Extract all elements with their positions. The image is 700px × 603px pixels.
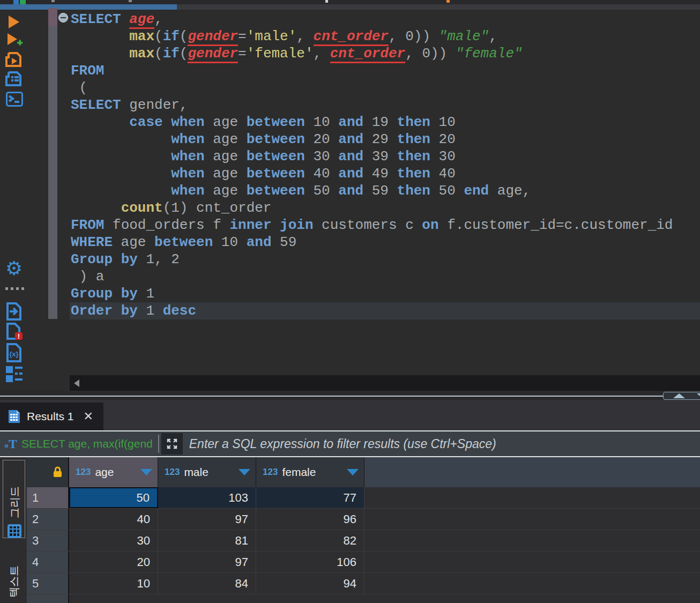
dbeaver-sql-editor-window: ⚙ ! {x} SELECT age, max(if(gender='male'… xyxy=(0,0,700,603)
layout-panels-button[interactable] xyxy=(5,366,25,383)
column-name: male xyxy=(184,466,208,479)
table-row: 5108494 xyxy=(27,573,700,594)
code-line[interactable]: count(1) cnt_order xyxy=(70,199,700,217)
code-line[interactable]: Order by 1 desc xyxy=(70,302,700,319)
sql-editor[interactable]: SELECT age, max(if(gender='male', cnt_or… xyxy=(70,11,700,319)
code-line[interactable]: Group by 1 xyxy=(70,285,700,302)
grid-cell[interactable]: 96 xyxy=(256,509,364,530)
grid-cell[interactable]: 106 xyxy=(256,552,364,572)
results-view-tab-text[interactable]: T 텍스트 xyxy=(3,548,25,603)
row-filler xyxy=(364,487,700,508)
row-number xyxy=(27,594,69,603)
table-row: 3308182 xyxy=(27,530,700,552)
code-line[interactable]: when age between 50 and 59 then 50 end a… xyxy=(70,182,700,199)
column-header-male[interactable]: 123male xyxy=(158,457,256,487)
grid-cell[interactable]: 40 xyxy=(69,509,158,530)
results-tab-label: Results 1 xyxy=(27,410,74,423)
row-number[interactable]: 2 xyxy=(27,509,69,530)
active-tab-underline xyxy=(0,4,177,10)
table-row: 42097106 xyxy=(27,552,700,573)
row-number[interactable]: 1 xyxy=(27,487,69,508)
column-dropdown-icon[interactable] xyxy=(239,469,250,475)
execute-script-button[interactable] xyxy=(5,51,25,69)
svg-text:!: ! xyxy=(18,332,20,340)
row-filler xyxy=(364,552,700,572)
code-line[interactable]: when age between 20 and 29 then 20 xyxy=(70,131,700,148)
partial-next-row xyxy=(27,594,700,603)
results-filter-bar: ‹›T SELECT age, max(if(gend Enter a SQL … xyxy=(0,430,700,457)
code-line[interactable]: FROM food_orders f inner join customers … xyxy=(70,217,700,234)
collapse-up-icon[interactable] xyxy=(673,393,685,398)
grid-cell[interactable]: 81 xyxy=(158,530,256,551)
row-number[interactable]: 5 xyxy=(27,573,69,594)
splitter-collapse-control[interactable] xyxy=(663,392,700,400)
editor-query-range-bar xyxy=(48,8,57,319)
scroll-left-arrow-icon[interactable] xyxy=(74,379,79,387)
sql-console-button[interactable] xyxy=(5,91,25,108)
column-name: female xyxy=(282,466,316,479)
grid-cell[interactable]: 30 xyxy=(69,530,158,551)
results-view-tab-grid[interactable]: 그리드 xyxy=(3,460,25,538)
column-dropdown-icon[interactable] xyxy=(347,469,359,475)
code-line[interactable]: FROM xyxy=(70,62,700,79)
explain-plan-button[interactable] xyxy=(5,71,25,88)
row-number[interactable]: 4 xyxy=(27,552,69,572)
splitter-line xyxy=(0,396,700,397)
code-line[interactable]: ( xyxy=(70,79,700,96)
row-filler xyxy=(364,530,700,551)
cropped-toolbar-bit xyxy=(325,0,328,3)
execute-sql-new-tab-button[interactable] xyxy=(5,32,25,49)
results-table-body: 1501037724097963308182420971065108494 xyxy=(27,487,700,603)
code-line[interactable]: max(if(gender='male', cnt_order, 0)) "ma… xyxy=(70,28,700,45)
code-line[interactable]: Group by 1, 2 xyxy=(70,251,700,268)
close-icon[interactable]: ✕ xyxy=(84,410,93,423)
editor-horizontal-scrollbar[interactable] xyxy=(70,375,700,391)
code-fold-collapse-icon[interactable] xyxy=(58,13,68,23)
results-tab[interactable]: Results 1 ✕ xyxy=(0,403,103,430)
code-line[interactable]: max(if(gender='female', cnt_order, 0)) "… xyxy=(70,45,700,62)
grid-cell[interactable]: 82 xyxy=(256,530,364,551)
code-line[interactable]: case when age between 10 and 19 then 10 xyxy=(70,114,700,131)
execute-sql-button[interactable] xyxy=(5,14,25,31)
file-error-button[interactable]: ! xyxy=(5,323,25,340)
numeric-type-badge: 123 xyxy=(165,467,180,478)
svg-text:{x}: {x} xyxy=(9,350,18,358)
collapse-down-icon[interactable] xyxy=(697,393,700,398)
code-line[interactable]: SELECT gender, xyxy=(70,96,700,114)
grid-cell[interactable]: 97 xyxy=(158,509,256,530)
grid-cell[interactable]: 84 xyxy=(158,573,256,594)
code-line[interactable]: ) a xyxy=(70,268,700,285)
code-line[interactable]: when age between 40 and 49 then 40 xyxy=(70,165,700,182)
cropped-tab-text xyxy=(129,0,132,2)
code-line[interactable]: when age between 30 and 39 then 30 xyxy=(70,148,700,165)
code-line[interactable]: SELECT age, xyxy=(70,11,700,28)
grid-cell[interactable]: 77 xyxy=(256,487,364,508)
results-tab-strip: Results 1 ✕ xyxy=(0,400,700,430)
code-line[interactable]: WHERE age between 10 and 59 xyxy=(70,234,700,251)
grid-cell[interactable]: 20 xyxy=(69,552,158,572)
grid-cell[interactable]: 50 xyxy=(69,487,158,508)
file-variables-button[interactable]: {x} xyxy=(5,343,25,360)
row-number[interactable]: 3 xyxy=(27,530,69,551)
cropped-tab-icon xyxy=(20,0,26,4)
export-file-button[interactable] xyxy=(5,302,25,319)
grid-cell[interactable]: 103 xyxy=(158,487,256,508)
filter-expression-input[interactable]: Enter a SQL expression to filter results… xyxy=(189,437,700,451)
grid-tab-label: 그리드 xyxy=(8,486,22,518)
row-number-header[interactable] xyxy=(27,457,69,487)
column-dropdown-icon[interactable] xyxy=(140,469,152,475)
grid-cell[interactable]: 97 xyxy=(158,552,256,572)
results-table: 123age123male123female 15010377240979633… xyxy=(27,457,700,603)
grid-cell[interactable]: 10 xyxy=(69,573,158,594)
column-header-female[interactable]: 123female xyxy=(256,457,364,487)
sql-text-icon: ‹›T xyxy=(4,437,17,451)
row-filler xyxy=(364,573,700,594)
expand-filter-button[interactable] xyxy=(161,433,183,455)
header-filler xyxy=(364,457,700,487)
column-header-age[interactable]: 123age xyxy=(69,457,158,487)
grid-cell[interactable]: 94 xyxy=(256,573,364,594)
expand-arrows-icon xyxy=(166,437,178,450)
grid-view-icon xyxy=(7,524,22,539)
settings-gear-icon[interactable]: ⚙ xyxy=(5,260,25,278)
editor-results-splitter[interactable] xyxy=(0,391,700,400)
